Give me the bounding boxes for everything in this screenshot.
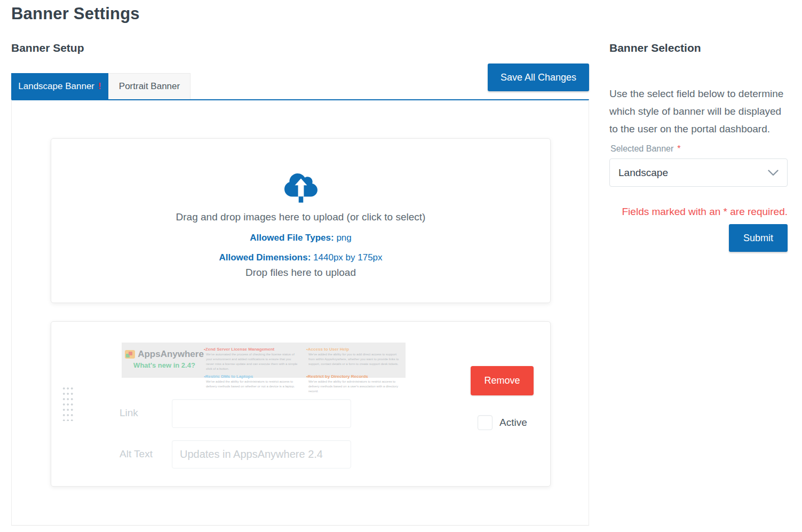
- allowed-dimensions: Allowed Dimensions: 1440px by 175px: [51, 252, 550, 263]
- allowed-dimensions-label: Allowed Dimensions:: [219, 252, 311, 263]
- banner-setup-heading: Banner Setup: [11, 42, 84, 54]
- drop-files-hint: Drop files here to upload: [51, 267, 550, 279]
- upload-dropzone[interactable]: Drag and drop images here to upload (or …: [51, 138, 551, 303]
- selected-banner-label: Selected Banner*: [610, 144, 681, 154]
- allowed-dimensions-value: 1440px by 175px: [313, 252, 383, 263]
- alt-text-input[interactable]: [172, 440, 351, 469]
- required-fields-note: Fields marked with an * are required.: [609, 206, 788, 218]
- tab-portrait-banner[interactable]: Portrait Banner: [108, 73, 190, 99]
- appsanywhere-logo-icon: [125, 350, 135, 359]
- tab-landscape-banner[interactable]: Landscape Banner !: [11, 73, 108, 99]
- selected-banner-label-text: Selected Banner: [610, 144, 673, 153]
- page-title: Banner Settings: [11, 4, 140, 23]
- remove-button[interactable]: Remove: [471, 366, 534, 395]
- preview-feature: Zend Server License ManagementWe've auto…: [204, 347, 298, 371]
- banner-item-card: AppsAnywhere What's new in 2.4? Zend Ser…: [51, 321, 551, 487]
- chevron-down-icon: [768, 167, 779, 179]
- allowed-file-types: Allowed File Types: png: [51, 233, 550, 243]
- cloud-upload-icon: [284, 172, 317, 206]
- selected-banner-select[interactable]: Landscape: [609, 158, 788, 187]
- banner-preview-logo-block: AppsAnywhere What's new in 2.4?: [125, 345, 204, 375]
- tab-landscape-alert-icon: !: [98, 81, 101, 92]
- preview-feature: Access to User HelpWe've added the abili…: [306, 347, 400, 371]
- allowed-file-types-value: png: [336, 233, 351, 243]
- dropzone-instruction: Drag and drop images here to upload (or …: [51, 211, 550, 223]
- banner-preview-brand: AppsAnywhere: [138, 349, 204, 360]
- active-label: Active: [499, 417, 527, 428]
- allowed-file-types-label: Allowed File Types:: [250, 233, 333, 243]
- link-input[interactable]: [172, 399, 351, 428]
- preview-feature: Restrict by Directory RecordsWe've added…: [306, 374, 400, 394]
- tab-portrait-label: Portrait Banner: [119, 81, 180, 92]
- link-label: Link: [120, 407, 138, 419]
- drag-handle[interactable]: [61, 385, 74, 421]
- preview-feature: Restric DMs to LaptopsWe've added the ab…: [204, 374, 298, 394]
- tab-content-panel: Drag and drop images here to upload (or …: [11, 99, 589, 526]
- active-toggle-group: Active: [478, 415, 527, 430]
- banner-tabs: Landscape Banner ! Portrait Banner: [11, 73, 190, 99]
- banner-preview-image: AppsAnywhere What's new in 2.4? Zend Ser…: [122, 343, 406, 378]
- submit-button[interactable]: Submit: [729, 224, 788, 252]
- banner-selection-heading: Banner Selection: [609, 42, 701, 54]
- banner-settings-page: Banner Settings Banner Setup Save All Ch…: [0, 0, 802, 532]
- tab-landscape-label: Landscape Banner: [18, 81, 94, 92]
- banner-selection-description: Use the select field below to determine …: [609, 85, 789, 138]
- active-checkbox[interactable]: [478, 415, 493, 430]
- selected-banner-value: Landscape: [618, 167, 668, 179]
- banner-preview-subtitle: What's new in 2.4?: [125, 361, 204, 369]
- banner-preview-features: Zend Server License ManagementWe've auto…: [204, 345, 400, 375]
- alt-text-label: Alt Text: [120, 448, 153, 460]
- required-asterisk: *: [677, 144, 680, 153]
- save-all-changes-button[interactable]: Save All Changes: [488, 63, 589, 91]
